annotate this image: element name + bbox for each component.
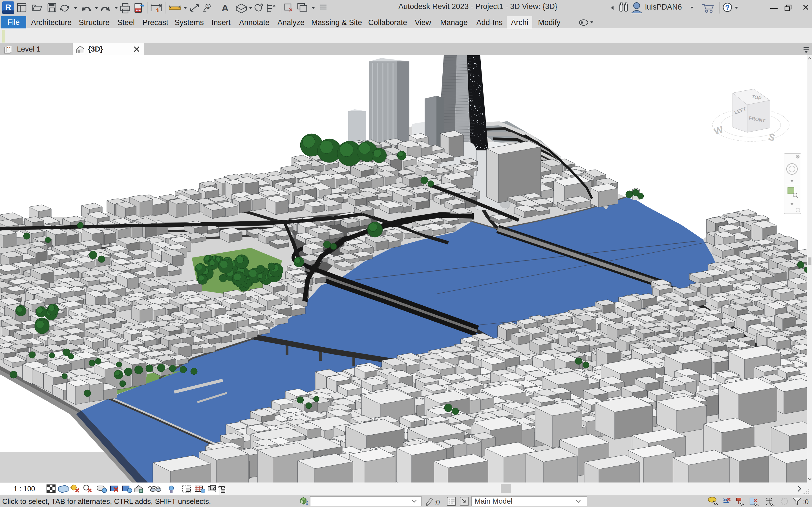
svg-text:A: A bbox=[221, 3, 229, 13]
svg-text:luisPDAN6: luisPDAN6 bbox=[645, 3, 682, 11]
svg-text::0: :0 bbox=[803, 498, 809, 506]
svg-text::0: :0 bbox=[434, 498, 440, 506]
svg-text:?: ? bbox=[725, 3, 730, 12]
svg-text:R: R bbox=[5, 3, 11, 12]
svg-text:PDF: PDF bbox=[136, 9, 141, 12]
svg-text:1: 1 bbox=[207, 4, 209, 8]
